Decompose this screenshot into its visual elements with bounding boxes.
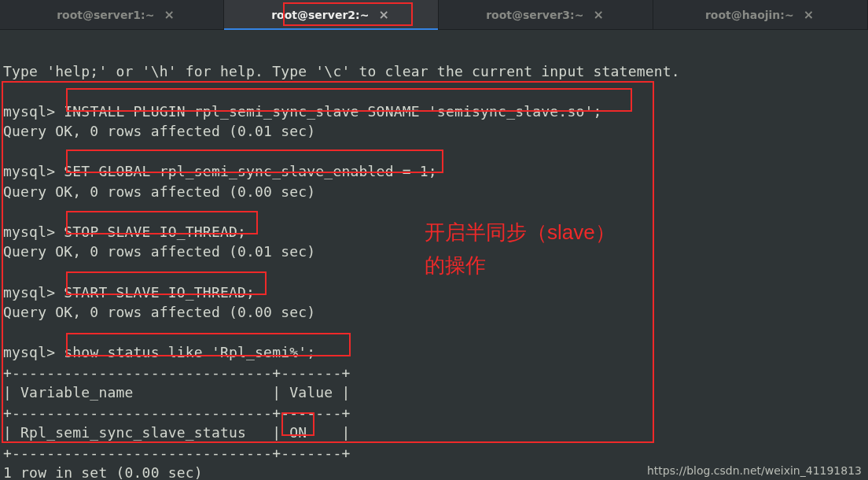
close-icon[interactable]: × [162,9,175,21]
mysql-prompt: mysql> [3,163,64,179]
close-icon[interactable]: × [377,9,390,21]
terminal[interactable]: Type 'help;' or '\h' for help. Type '\c'… [0,30,868,480]
tab-server3[interactable]: root@server3:~ × [439,0,653,29]
query-result: Query OK, 0 rows affected (0.00 sec) [3,183,315,200]
close-icon[interactable]: × [591,9,605,21]
sql-command: START SLAVE IO_THREAD; [64,284,255,301]
tab-haojin[interactable]: root@haojin:~ × [653,0,868,29]
tab-label: root@server3:~ [486,9,583,21]
mysql-prompt: mysql> [3,284,64,301]
query-result: Query OK, 0 rows affected (0.01 sec) [3,123,315,139]
table-row: | Rpl_semi_sync_slave_status | ON | [3,424,350,441]
sql-command: INSTALL PLUGIN rpl_semi_sync_slave SONAM… [64,103,601,120]
table-border: +------------------------------+-------+ [3,404,350,421]
tab-bar: root@server1:~ × root@server2:~ × root@s… [0,0,868,30]
table-header: | Variable_name | Value | [3,384,350,401]
terminal-line: Type 'help;' or '\h' for help. Type '\c'… [3,63,680,79]
sql-command: SET GLOBAL rpl_semi_sync_slave_enabled =… [64,163,437,179]
sql-command: STOP SLAVE IO_THREAD; [64,223,246,240]
tab-label: root@haojin:~ [705,9,794,21]
mysql-prompt: mysql> [3,344,64,360]
watermark: https://blog.csdn.net/weixin_41191813 [647,464,862,477]
table-border: +------------------------------+-------+ [3,364,350,381]
mysql-prompt: mysql> [3,103,64,120]
query-result: Query OK, 0 rows affected (0.01 sec) [3,243,315,260]
query-result: 1 row in set (0.00 sec) [3,464,203,480]
query-result: Query OK, 0 rows affected (0.00 sec) [3,304,315,320]
tab-server2[interactable]: root@server2:~ × [224,0,439,29]
tab-server1[interactable]: root@server1:~ × [9,0,224,29]
mysql-prompt: mysql> [3,223,64,240]
tab-label: root@server2:~ [271,9,369,21]
sql-command: show status like 'Rpl_semi%'; [64,344,315,360]
tab-label: root@server1:~ [57,9,154,21]
table-border: +------------------------------+-------+ [3,445,350,461]
close-icon[interactable]: × [802,9,815,21]
